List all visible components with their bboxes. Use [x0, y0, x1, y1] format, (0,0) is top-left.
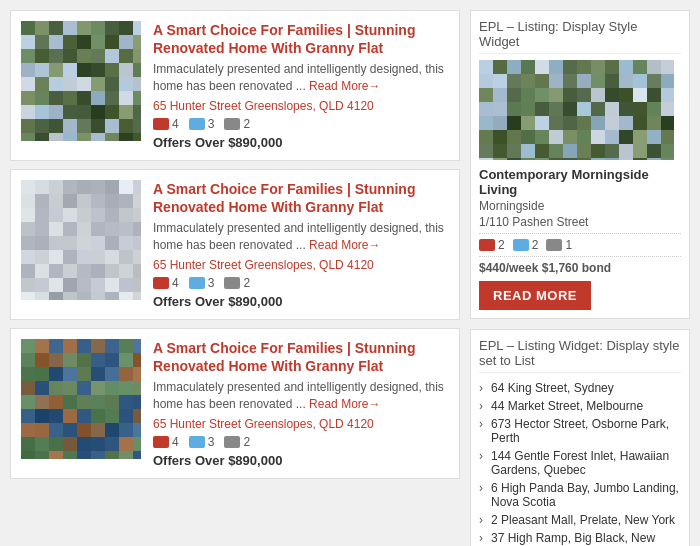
- bed-icon: [153, 118, 169, 130]
- listing-address: 65 Hunter Street Greenslopes, QLD 4120: [153, 99, 449, 113]
- prop-street: 1/110 Pashen Street: [479, 215, 681, 234]
- sidebar-column: EPL – Listing: Display Style Widget Cont…: [470, 10, 690, 546]
- listing-image: [21, 339, 141, 459]
- listing-image: [21, 180, 141, 300]
- listing-card: A Smart Choice For Families | Stunning R…: [10, 10, 460, 161]
- widget1-title: EPL – Listing: Display Style Widget: [479, 19, 681, 54]
- listing-title: A Smart Choice For Families | Stunning R…: [153, 21, 449, 57]
- list-style-widget: EPL – Listing Widget: Display style set …: [470, 329, 690, 546]
- beds-feature: 4: [153, 117, 179, 131]
- list-item[interactable]: 2 Pleasant Mall, Prelate, New York: [479, 511, 681, 529]
- listing-features: 4 3 2: [153, 435, 449, 449]
- read-more-button[interactable]: READ MORE: [479, 281, 591, 310]
- beds-feature: 4: [153, 435, 179, 449]
- sidebar-property-image: [479, 60, 674, 160]
- listing-card: A Smart Choice For Families | Stunning R…: [10, 169, 460, 320]
- car-icon: [546, 239, 562, 251]
- cars-feature: 2: [224, 117, 250, 131]
- listing-features: 4 3 2: [153, 117, 449, 131]
- display-style-widget: EPL – Listing: Display Style Widget Cont…: [470, 10, 690, 319]
- bath-icon: [513, 239, 529, 251]
- bed-icon: [153, 436, 169, 448]
- listing-title: A Smart Choice For Families | Stunning R…: [153, 339, 449, 375]
- list-item[interactable]: 37 High Ramp, Big Black, New York: [479, 529, 681, 546]
- list-item[interactable]: 144 Gentle Forest Inlet, Hawaiian Garden…: [479, 447, 681, 479]
- prop-suburb: Morningside: [479, 199, 681, 213]
- listing-info: A Smart Choice For Families | Stunning R…: [153, 21, 449, 150]
- cars-feature: 2: [224, 276, 250, 290]
- prop-title: Contemporary Morningside Living: [479, 167, 681, 197]
- read-more-link[interactable]: Read More→: [309, 238, 380, 252]
- bath-icon: [189, 118, 205, 130]
- car-icon: [224, 118, 240, 130]
- main-wrapper: A Smart Choice For Families | Stunning R…: [0, 0, 700, 546]
- listing-info: A Smart Choice For Families | Stunning R…: [153, 180, 449, 309]
- baths-feature: 3: [189, 276, 215, 290]
- baths-feature: 3: [189, 435, 215, 449]
- widget2-title: EPL – Listing Widget: Display style set …: [479, 338, 681, 373]
- prop-baths: 2: [513, 238, 539, 252]
- prop-cars: 1: [546, 238, 572, 252]
- car-icon: [224, 277, 240, 289]
- listing-price: Offers Over $890,000: [153, 453, 449, 468]
- listing-price: Offers Over $890,000: [153, 135, 449, 150]
- listing-thumbnail: [21, 339, 141, 459]
- bath-icon: [189, 277, 205, 289]
- beds-feature: 4: [153, 276, 179, 290]
- read-more-link[interactable]: Read More→: [309, 79, 380, 93]
- listing-info: A Smart Choice For Families | Stunning R…: [153, 339, 449, 468]
- listing-address: 65 Hunter Street Greenslopes, QLD 4120: [153, 417, 449, 431]
- prop-price: $440/week $1,760 bond: [479, 261, 681, 275]
- listing-card: A Smart Choice For Families | Stunning R…: [10, 328, 460, 479]
- listing-desc: Immaculately presented and intelligently…: [153, 61, 449, 95]
- listing-title: A Smart Choice For Families | Stunning R…: [153, 180, 449, 216]
- bed-icon: [153, 277, 169, 289]
- listing-price: Offers Over $890,000: [153, 294, 449, 309]
- listing-address: 65 Hunter Street Greenslopes, QLD 4120: [153, 258, 449, 272]
- read-more-link[interactable]: Read More→: [309, 397, 380, 411]
- listing-desc: Immaculately presented and intelligently…: [153, 379, 449, 413]
- car-icon: [224, 436, 240, 448]
- baths-feature: 3: [189, 117, 215, 131]
- listing-desc: Immaculately presented and intelligently…: [153, 220, 449, 254]
- prop-beds: 2: [479, 238, 505, 252]
- list-item[interactable]: 44 Market Street, Melbourne: [479, 397, 681, 415]
- listing-features: 4 3 2: [153, 276, 449, 290]
- listing-thumbnail: [21, 21, 141, 141]
- bed-icon: [479, 239, 495, 251]
- listing-thumbnail: [21, 180, 141, 300]
- property-list: 64 King Street, Sydney44 Market Street, …: [479, 379, 681, 546]
- listings-column: A Smart Choice For Families | Stunning R…: [10, 10, 460, 546]
- list-item[interactable]: 64 King Street, Sydney: [479, 379, 681, 397]
- bath-icon: [189, 436, 205, 448]
- cars-feature: 2: [224, 435, 250, 449]
- listing-image: [21, 21, 141, 141]
- list-item[interactable]: 673 Hector Street, Osborne Park, Perth: [479, 415, 681, 447]
- prop-features: 2 2 1: [479, 238, 681, 257]
- list-item[interactable]: 6 High Panda Bay, Jumbo Landing, Nova Sc…: [479, 479, 681, 511]
